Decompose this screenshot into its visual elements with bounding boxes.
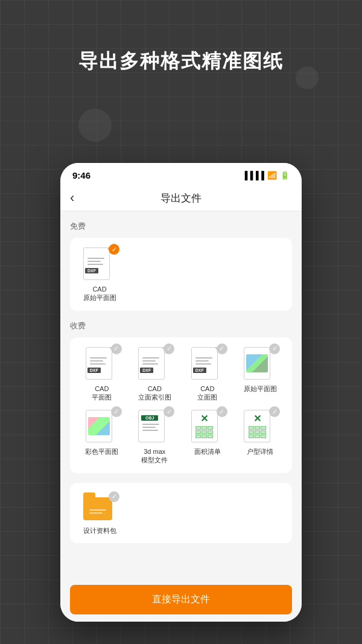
status-bar: 9:46 ▐▐▐▐ 📶 🔋	[60, 163, 302, 185]
content-area: 免费 DXF	[60, 211, 302, 604]
3dmax-label: 3d max模型文件	[141, 447, 168, 465]
file-item-original-floor[interactable]: ✓ 原始平面图	[237, 346, 284, 402]
original-floor-icon-wrap: ✓	[243, 346, 278, 381]
export-button[interactable]: 直接导出文件	[70, 585, 292, 614]
cad-original-icon-wrap: DXF ✓	[82, 246, 117, 281]
file-item-room-detail[interactable]: ✕ ✓ 户型详情	[237, 409, 284, 465]
area-list-icon-wrap: ✕ ✓	[190, 409, 225, 444]
hero-section: 导出多种格式精准图纸	[0, 48, 362, 75]
file-item-cad-elevation-index[interactable]: DXF ✓ CAD立面索引图	[132, 346, 179, 402]
back-button[interactable]: ‹	[70, 191, 74, 205]
check-badge-original-floor: ✓	[269, 343, 280, 354]
check-badge-cad-original: ✓	[109, 244, 119, 255]
bottom-bar: 直接导出文件	[60, 578, 302, 622]
area-list-label: 面积清单	[194, 447, 221, 456]
paid-section-card: DXF ✓ CAD平面图	[70, 337, 292, 473]
cad-elev-idx-icon-wrap: DXF ✓	[137, 346, 172, 381]
cad-floor-icon-wrap: DXF ✓	[84, 346, 119, 381]
cad-floor-label: CAD平面图	[92, 384, 112, 402]
check-badge-cad-elev: ✓	[217, 343, 227, 354]
file-item-cad-elevation[interactable]: DXF ✓ CAD立面图	[184, 346, 231, 402]
file-item-area-list[interactable]: ✕ ✓ 面积清单	[184, 409, 231, 465]
design-pack-label: 设计资料包	[83, 526, 116, 535]
cad-original-label: CAD原始平面图	[83, 285, 116, 302]
3dmax-icon-wrap: OBJ ✓	[137, 409, 172, 444]
check-badge-3dmax: ✓	[164, 406, 174, 417]
room-detail-label: 户型详情	[247, 447, 273, 456]
cad-elev-label: CAD立面图	[197, 384, 217, 402]
free-section-label: 免费	[70, 221, 292, 232]
decor-circle-1	[78, 109, 112, 142]
cad-elev-icon-wrap: DXF ✓	[190, 346, 225, 381]
nav-bar: ‹ 导出文件	[60, 185, 302, 211]
file-item-cad-original[interactable]: DXF ✓ CAD原始平面图	[78, 246, 121, 302]
file-item-color-floor[interactable]: ✓ 彩色平面图	[78, 409, 125, 465]
phone-mockup: 9:46 ▐▐▐▐ 📶 🔋 ‹ 导出文件 免费	[60, 163, 302, 622]
status-time: 9:46	[72, 170, 91, 180]
check-badge-cad-floor: ✓	[111, 343, 122, 354]
design-pack-icon-wrap: ✓	[82, 491, 117, 523]
status-icons: ▐▐▐▐ 📶 🔋	[242, 171, 290, 180]
battery-icon: 🔋	[280, 171, 290, 180]
file-item-cad-floor[interactable]: DXF ✓ CAD平面图	[78, 346, 125, 402]
original-floor-label: 原始平面图	[244, 384, 277, 393]
signal-icon: ▐▐▐▐	[242, 171, 264, 180]
color-floor-icon-wrap: ✓	[84, 409, 119, 444]
nav-title: 导出文件	[160, 191, 202, 205]
hero-title: 导出多种格式精准图纸	[0, 48, 362, 75]
file-item-3dmax[interactable]: OBJ ✓ 3d max模型文件	[132, 409, 179, 465]
paid-row-2: ✓ 彩色平面图 OBJ	[78, 409, 284, 465]
paid-row-1: DXF ✓ CAD平面图	[78, 346, 284, 402]
design-pack-section-card: ✓ 设计资料包	[70, 483, 292, 543]
check-badge-color-floor: ✓	[111, 406, 122, 417]
room-detail-icon-wrap: ✕ ✓	[243, 409, 278, 444]
color-floor-label: 彩色平面图	[85, 447, 118, 456]
check-badge-design-pack: ✓	[109, 491, 119, 502]
file-item-design-pack[interactable]: ✓ 设计资料包	[78, 491, 121, 535]
paid-section-label: 收费	[70, 320, 292, 331]
wifi-icon: 📶	[267, 171, 277, 180]
cad-elev-idx-label: CAD立面索引图	[138, 384, 171, 402]
check-badge-cad-elev-idx: ✓	[164, 343, 174, 354]
free-section-card: DXF ✓ CAD原始平面图	[70, 238, 292, 311]
check-badge-area-list: ✓	[217, 406, 227, 417]
check-badge-room-detail: ✓	[269, 406, 280, 417]
